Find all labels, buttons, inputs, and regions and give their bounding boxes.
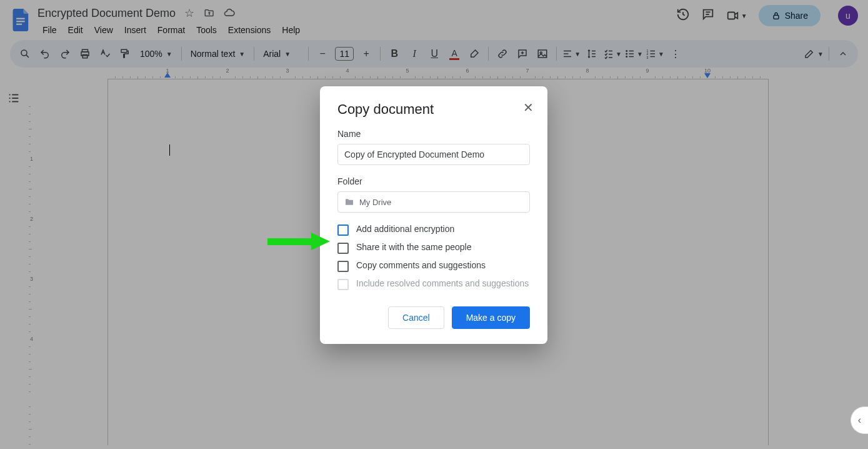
close-icon[interactable]: ✕ — [523, 100, 534, 115]
checkbox-icon — [337, 261, 349, 272]
checkbox-row-1[interactable]: Share it with the same people — [337, 242, 530, 254]
checkbox-row-0[interactable]: Add additional encryption — [337, 224, 530, 236]
folder-select[interactable]: My Drive — [337, 191, 530, 213]
copy-document-dialog: ✕ Copy document Name Folder My Drive Add… — [320, 86, 547, 344]
checkbox-label: Share it with the same people — [356, 242, 471, 252]
annotation-arrow — [267, 233, 330, 253]
checkbox-icon — [337, 224, 349, 236]
checkbox-label: Copy comments and suggestions — [356, 260, 486, 270]
checkbox-label: Include resolved comments and suggestion… — [356, 278, 529, 288]
svg-marker-45 — [311, 233, 330, 250]
checkbox-label: Add additional encryption — [356, 224, 454, 234]
checkbox-icon — [337, 243, 349, 254]
cancel-button[interactable]: Cancel — [388, 306, 444, 329]
checkbox-row-2[interactable]: Copy comments and suggestions — [337, 260, 530, 272]
svg-rect-44 — [267, 238, 311, 245]
checkbox-icon — [337, 279, 349, 290]
folder-label: Folder — [337, 176, 530, 186]
name-label: Name — [337, 129, 530, 139]
name-input[interactable] — [337, 144, 530, 165]
dialog-title: Copy document — [337, 101, 530, 118]
folder-icon — [344, 197, 354, 207]
checkbox-row-3: Include resolved comments and suggestion… — [337, 278, 530, 290]
make-a-copy-button[interactable]: Make a copy — [452, 306, 530, 329]
